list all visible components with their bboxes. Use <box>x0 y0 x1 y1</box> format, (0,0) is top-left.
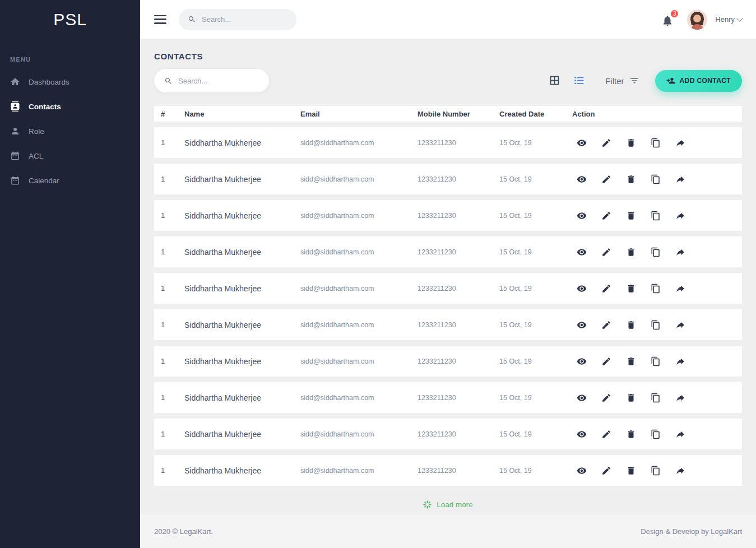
edit-pencil-icon[interactable] <box>601 320 611 330</box>
copy-icon[interactable] <box>651 320 661 330</box>
edit-pencil-icon[interactable] <box>601 356 611 366</box>
delete-trash-icon[interactable] <box>626 429 636 439</box>
column-header-num: # <box>161 110 184 118</box>
view-eye-icon[interactable] <box>577 211 587 221</box>
edit-pencil-icon[interactable] <box>601 429 611 439</box>
copy-icon[interactable] <box>651 211 661 221</box>
list-view-icon[interactable] <box>573 75 585 87</box>
delete-trash-icon[interactable] <box>626 284 636 294</box>
contact-created-date: 15 Oct, 19 <box>499 175 572 183</box>
copy-icon[interactable] <box>651 247 661 257</box>
home-icon <box>10 77 20 87</box>
contacts-search-input[interactable] <box>178 77 259 85</box>
user-menu[interactable]: Henry <box>715 15 742 24</box>
share-forward-icon[interactable] <box>675 211 685 221</box>
view-eye-icon[interactable] <box>577 320 587 330</box>
filter-control[interactable]: Filter <box>605 76 639 86</box>
edit-pencil-icon[interactable] <box>601 211 611 221</box>
contact-name: Siddhartha Mukherjee <box>184 430 300 439</box>
edit-pencil-icon[interactable] <box>601 393 611 403</box>
sidebar-item-contacts[interactable]: Contacts <box>0 94 140 119</box>
copy-icon[interactable] <box>651 356 661 366</box>
contact-email: sidd@siddhartham.com <box>300 430 418 438</box>
row-actions <box>572 138 735 148</box>
copy-icon[interactable] <box>651 174 661 184</box>
notifications-bell-icon[interactable]: 3 <box>661 12 675 27</box>
contact-name: Siddhartha Mukherjee <box>184 357 300 366</box>
contact-email: sidd@siddhartham.com <box>300 394 418 402</box>
share-forward-icon[interactable] <box>675 174 685 184</box>
contact-created-date: 15 Oct, 19 <box>499 467 572 475</box>
contact-email: sidd@siddhartham.com <box>300 467 418 475</box>
share-forward-icon[interactable] <box>675 247 685 257</box>
row-actions <box>572 174 735 184</box>
view-eye-icon[interactable] <box>577 356 587 366</box>
contact-mobile: 1233211230 <box>418 467 499 475</box>
menu-section-label: MENU <box>0 39 140 69</box>
edit-pencil-icon[interactable] <box>601 466 611 476</box>
view-eye-icon[interactable] <box>577 284 587 294</box>
share-forward-icon[interactable] <box>675 429 685 439</box>
edit-pencil-icon[interactable] <box>601 174 611 184</box>
grid-view-icon[interactable] <box>548 75 560 87</box>
delete-trash-icon[interactable] <box>626 211 636 221</box>
toolbar: Filter ADD CONTACT <box>154 69 742 92</box>
delete-trash-icon[interactable] <box>626 320 636 330</box>
copy-icon[interactable] <box>651 466 661 476</box>
delete-trash-icon[interactable] <box>626 393 636 403</box>
copy-icon[interactable] <box>651 284 661 294</box>
copy-icon[interactable] <box>651 138 661 148</box>
spinner-icon <box>423 500 432 509</box>
sidebar-item-label: Contacts <box>29 103 61 111</box>
row-actions <box>572 320 735 330</box>
share-forward-icon[interactable] <box>675 284 685 294</box>
table-row: 1 Siddhartha Mukherjee sidd@siddhartham.… <box>154 273 742 304</box>
calendar-icon <box>10 151 20 161</box>
copy-icon[interactable] <box>651 429 661 439</box>
content-area: CONTACTS Filter <box>140 39 756 514</box>
view-eye-icon[interactable] <box>577 174 587 184</box>
edit-pencil-icon[interactable] <box>601 138 611 148</box>
delete-trash-icon[interactable] <box>626 174 636 184</box>
user-avatar[interactable] <box>687 10 707 30</box>
edit-pencil-icon[interactable] <box>601 247 611 257</box>
contact-email: sidd@siddhartham.com <box>300 321 418 329</box>
row-number: 1 <box>161 175 184 183</box>
view-eye-icon[interactable] <box>577 466 587 476</box>
calendar-icon <box>10 175 20 185</box>
view-eye-icon[interactable] <box>577 429 587 439</box>
sidebar-item-role[interactable]: Role <box>0 119 140 143</box>
sidebar-item-calendar[interactable]: Calendar <box>0 168 140 193</box>
load-more-button[interactable]: Load more <box>154 491 742 514</box>
delete-trash-icon[interactable] <box>626 356 636 366</box>
add-contact-button[interactable]: ADD CONTACT <box>655 70 743 92</box>
sidebar-item-dashboards[interactable]: Dashboards <box>0 69 140 94</box>
share-forward-icon[interactable] <box>675 466 685 476</box>
delete-trash-icon[interactable] <box>626 466 636 476</box>
view-eye-icon[interactable] <box>577 393 587 403</box>
filter-icon <box>629 76 639 86</box>
table-row: 1 Siddhartha Mukherjee sidd@siddhartham.… <box>154 382 742 413</box>
share-forward-icon[interactable] <box>675 356 685 366</box>
view-eye-icon[interactable] <box>577 138 587 148</box>
topbar-search-input[interactable] <box>202 15 287 24</box>
copy-icon[interactable] <box>651 393 661 403</box>
share-forward-icon[interactable] <box>675 138 685 148</box>
contact-name: Siddhartha Mukherjee <box>184 248 300 257</box>
hamburger-menu-icon[interactable] <box>154 15 166 24</box>
contact-mobile: 1233211230 <box>418 430 499 438</box>
share-forward-icon[interactable] <box>675 320 685 330</box>
table-header: # Name Email Mobile Number Created Date … <box>154 106 742 122</box>
share-forward-icon[interactable] <box>675 393 685 403</box>
column-header-email: Email <box>300 110 418 118</box>
row-number: 1 <box>161 248 184 256</box>
delete-trash-icon[interactable] <box>626 247 636 257</box>
sidebar-item-label: Dashboards <box>29 78 69 86</box>
sidebar-item-acl[interactable]: ACL <box>0 143 140 168</box>
delete-trash-icon[interactable] <box>626 138 636 148</box>
view-eye-icon[interactable] <box>577 247 587 257</box>
table-row: 1 Siddhartha Mukherjee sidd@siddhartham.… <box>154 346 742 377</box>
edit-pencil-icon[interactable] <box>601 284 611 294</box>
table-row: 1 Siddhartha Mukherjee sidd@siddhartham.… <box>154 236 742 267</box>
contacts-icon <box>10 101 20 112</box>
